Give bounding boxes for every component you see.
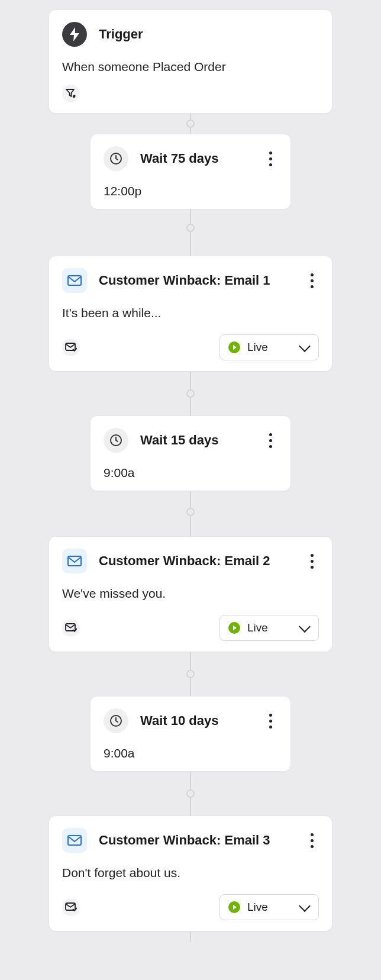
connector-line — [190, 398, 191, 415]
connector-line — [190, 114, 191, 120]
connector-line — [190, 678, 191, 696]
more-menu-button[interactable] — [305, 552, 319, 570]
mail-icon — [62, 268, 87, 293]
connector-dot — [186, 224, 195, 232]
more-menu-button[interactable] — [305, 272, 319, 289]
connector-line — [190, 232, 191, 256]
status-dropdown[interactable]: Live — [219, 334, 319, 360]
status-label: Live — [247, 621, 268, 634]
connector-line — [190, 931, 191, 942]
more-menu-button[interactable] — [263, 431, 277, 449]
wait-time: 9:00a — [104, 746, 277, 760]
email-card[interactable]: Customer Winback: Email 1 It's been a wh… — [49, 256, 332, 372]
more-menu-button[interactable] — [263, 712, 277, 730]
bolt-icon — [62, 22, 87, 47]
trigger-title: Trigger — [99, 27, 319, 42]
more-menu-button[interactable] — [305, 831, 319, 849]
connector-line — [190, 491, 191, 508]
connector-dot — [186, 389, 195, 398]
status-dropdown[interactable]: Live — [219, 894, 319, 920]
connector-dot — [186, 789, 195, 798]
email-subject: It's been a while... — [62, 306, 319, 320]
connector-line — [190, 209, 191, 224]
chevron-down-icon — [299, 900, 311, 912]
wait-card[interactable]: Wait 15 days 9:00a — [90, 415, 291, 491]
trigger-description: When someone Placed Order — [62, 60, 319, 74]
mail-icon — [62, 828, 87, 853]
svg-rect-2 — [68, 276, 81, 285]
chevron-down-icon — [299, 340, 311, 352]
chevron-down-icon — [299, 621, 311, 633]
more-menu-button[interactable] — [263, 150, 277, 167]
email-title: Customer Winback: Email 1 — [99, 273, 293, 288]
status-dropdown[interactable]: Live — [219, 615, 319, 641]
status-label: Live — [247, 901, 268, 914]
connector-line — [190, 652, 191, 670]
smart-send-icon[interactable] — [62, 619, 80, 637]
connector-line — [190, 128, 191, 134]
play-icon — [228, 901, 240, 913]
email-title: Customer Winback: Email 2 — [99, 553, 293, 569]
wait-title: Wait 15 days — [140, 433, 251, 448]
flow-canvas: Trigger When someone Placed Order Wait 7… — [0, 0, 381, 954]
connector-line — [190, 798, 191, 815]
connector-line — [190, 772, 191, 789]
connector-dot — [186, 670, 195, 678]
filter-icon[interactable] — [62, 85, 80, 102]
email-subject: We've missed you. — [62, 586, 319, 601]
svg-rect-8 — [68, 836, 81, 845]
svg-rect-5 — [68, 556, 81, 566]
connector-dot — [186, 120, 195, 128]
status-label: Live — [247, 341, 268, 354]
smart-send-icon[interactable] — [62, 898, 80, 916]
connector-line — [190, 372, 191, 389]
wait-card[interactable]: Wait 10 days 9:00a — [90, 696, 291, 772]
clock-icon — [104, 146, 128, 171]
clock-icon — [104, 708, 128, 733]
wait-time: 9:00a — [104, 466, 277, 480]
mail-icon — [62, 549, 87, 573]
clock-icon — [104, 428, 128, 453]
wait-title: Wait 10 days — [140, 713, 251, 728]
wait-card[interactable]: Wait 75 days 12:00p — [90, 134, 291, 209]
email-subject: Don't forget about us. — [62, 866, 319, 880]
wait-title: Wait 75 days — [140, 151, 251, 166]
email-card[interactable]: Customer Winback: Email 2 We've missed y… — [49, 536, 332, 652]
smart-send-icon[interactable] — [62, 339, 80, 356]
connector-line — [190, 516, 191, 536]
email-card[interactable]: Customer Winback: Email 3 Don't forget a… — [49, 815, 332, 931]
email-title: Customer Winback: Email 3 — [99, 833, 293, 848]
trigger-card[interactable]: Trigger When someone Placed Order — [49, 9, 332, 114]
wait-time: 12:00p — [104, 184, 277, 198]
play-icon — [228, 341, 240, 353]
play-icon — [228, 622, 240, 634]
connector-dot — [186, 508, 195, 516]
